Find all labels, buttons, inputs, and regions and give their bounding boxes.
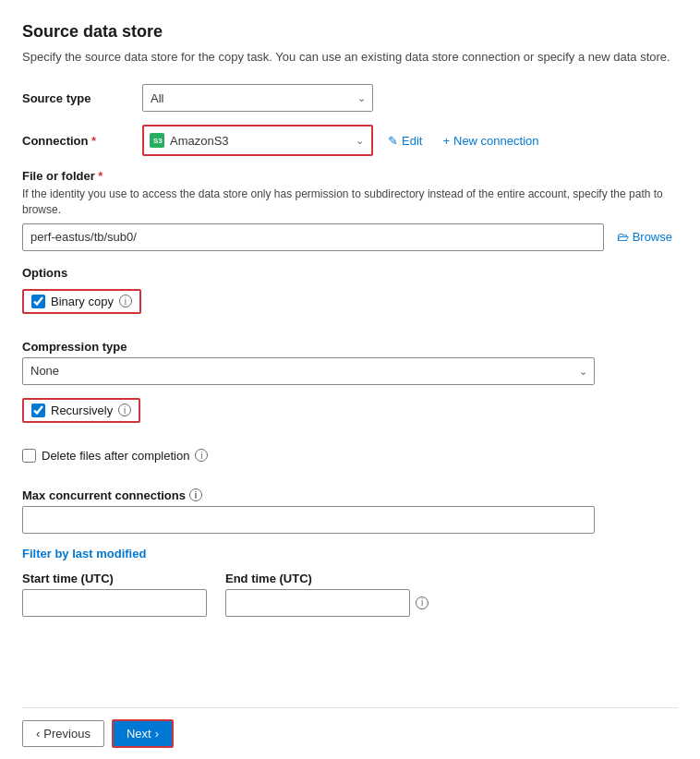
- binary-copy-row: Binary copy i: [22, 289, 678, 327]
- page-description: Specify the source data store for the co…: [22, 49, 678, 66]
- connection-select-wrapper: S3 AmazonS3 ⌄: [142, 125, 373, 156]
- prev-arrow-icon: ‹: [36, 727, 40, 741]
- previous-label: Previous: [43, 727, 91, 741]
- file-folder-input-row: 🗁 Browse: [22, 223, 678, 251]
- pencil-icon: ✎: [388, 134, 398, 148]
- end-time-info-icon[interactable]: i: [416, 596, 428, 609]
- folder-icon: 🗁: [617, 230, 629, 244]
- new-connection-button[interactable]: + New connection: [437, 130, 544, 151]
- recursively-label[interactable]: Recursively i: [22, 398, 140, 423]
- recursively-row: Recursively i: [22, 398, 678, 436]
- edit-label: Edit: [402, 134, 422, 148]
- delete-files-row: Delete files after completion i: [22, 449, 678, 476]
- amazon-s3-icon: S3: [150, 133, 164, 148]
- filter-title: Filter by last modified: [22, 547, 678, 560]
- browse-button[interactable]: 🗁 Browse: [611, 226, 678, 247]
- compression-type-select-wrapper: None ⌄: [22, 357, 595, 385]
- edit-button[interactable]: ✎ Edit: [382, 130, 428, 151]
- end-time-field: End time (UTC) i: [225, 572, 428, 617]
- source-type-row: Source type All ⌄: [22, 84, 678, 112]
- connection-row: Connection S3 AmazonS3 ⌄ ✎ Edit +: [22, 125, 678, 156]
- next-label: Next: [127, 727, 151, 741]
- binary-copy-text: Binary copy: [51, 295, 114, 308]
- recursively-text: Recursively: [51, 404, 113, 417]
- max-connections-group: Max concurrent connections i: [22, 488, 678, 534]
- file-folder-description: If the identity you use to access the da…: [22, 187, 678, 218]
- plus-icon: +: [442, 134, 450, 148]
- start-time-label: Start time (UTC): [22, 572, 207, 585]
- binary-copy-checkbox[interactable]: [31, 295, 45, 308]
- compression-type-label: Compression type: [22, 340, 678, 354]
- browse-label: Browse: [633, 230, 672, 244]
- delete-files-info-icon[interactable]: i: [195, 449, 208, 462]
- end-time-label: End time (UTC): [225, 572, 428, 585]
- recursively-checkbox[interactable]: [31, 404, 45, 417]
- delete-files-checkbox[interactable]: [22, 449, 36, 463]
- connection-label: Connection: [22, 134, 142, 148]
- compression-type-select[interactable]: None: [22, 357, 595, 385]
- connection-select[interactable]: AmazonS3: [144, 126, 371, 154]
- recursively-info-icon[interactable]: i: [118, 404, 131, 416]
- new-connection-label: New connection: [453, 134, 539, 148]
- binary-copy-info-icon[interactable]: i: [119, 295, 132, 307]
- next-arrow-icon: ›: [155, 727, 159, 741]
- svg-text:S3: S3: [153, 137, 163, 145]
- start-time-input[interactable]: [22, 589, 207, 617]
- max-connections-info-icon[interactable]: i: [189, 488, 202, 501]
- file-folder-input[interactable]: [22, 223, 604, 251]
- time-row: Start time (UTC) End time (UTC) i: [22, 572, 678, 617]
- compression-type-group: Compression type None ⌄: [22, 340, 678, 385]
- connection-controls: S3 AmazonS3 ⌄ ✎ Edit + New connection: [142, 125, 545, 156]
- page-title: Source data store: [22, 22, 678, 42]
- delete-files-text: Delete files after completion: [42, 449, 189, 463]
- source-type-label: Source type: [22, 91, 142, 105]
- spacer: [22, 617, 678, 707]
- source-type-select-wrapper: All ⌄: [142, 84, 373, 112]
- max-connections-input[interactable]: [22, 506, 595, 534]
- max-connections-label: Max concurrent connections i: [22, 488, 678, 502]
- file-folder-label: File or folder *: [22, 169, 678, 183]
- delete-files-label[interactable]: Delete files after completion i: [22, 449, 678, 463]
- start-time-field: Start time (UTC): [22, 572, 207, 617]
- next-button[interactable]: Next ›: [112, 719, 174, 748]
- source-type-select[interactable]: All: [142, 84, 373, 112]
- binary-copy-label[interactable]: Binary copy i: [22, 289, 141, 314]
- options-title: Options: [22, 266, 678, 280]
- previous-button[interactable]: ‹ Previous: [22, 720, 104, 747]
- end-time-input-row: i: [225, 589, 428, 617]
- file-folder-section: File or folder * If the identity you use…: [22, 169, 678, 251]
- end-time-input[interactable]: [225, 589, 410, 617]
- footer: ‹ Previous Next ›: [22, 707, 678, 759]
